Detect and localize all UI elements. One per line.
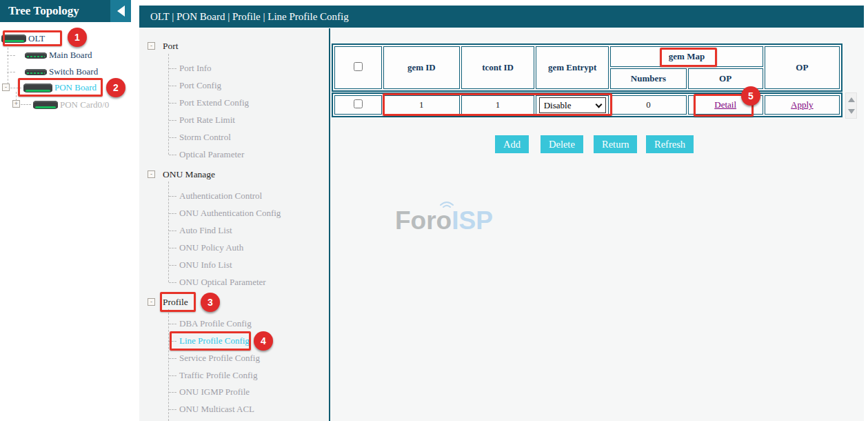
table-row: 1 1 Disable 0 Detail Apply [334,95,840,115]
scroll-up-arrow-icon[interactable] [848,97,855,102]
tree-item-label: PON Board [54,82,97,93]
nav-item-port-rate-limit[interactable]: Port Rate Limit [179,113,235,127]
nav-connector-line [169,120,176,121]
apply-link[interactable]: Apply [791,99,814,110]
delete-button[interactable]: Delete [541,135,583,153]
row-select-cell [334,95,382,115]
profile-section-toggle[interactable]: - [148,298,155,306]
nav-section-port[interactable]: Port [163,39,179,53]
foroisp-watermark: ForoISP [395,206,493,235]
refresh-button[interactable]: Refresh [646,135,694,153]
nav-connector-line [169,358,176,359]
sidebar-header: Tree Topology [0,0,131,22]
annotation-step-1: 1 [68,28,87,47]
nav-item-port-extend-config[interactable]: Port Extend Config [179,96,249,110]
nav-connector-line [169,213,176,214]
select-all-cell [334,46,382,89]
nav-section-profile[interactable]: Profile [163,295,188,309]
tree-item-pon-card[interactable]: PON Card0/0 [33,97,109,112]
olt-device-icon [1,35,26,43]
row-checkbox[interactable] [354,99,363,108]
column-header-tcont-id: tcont ID [461,46,534,89]
add-button[interactable]: Add [495,135,529,153]
tcont-id-cell: 1 [461,95,534,115]
onu-manage-section-toggle[interactable]: - [148,170,155,178]
tree-connector-line [7,72,15,72]
nav-item-authentication-control[interactable]: Authentication Control [179,189,262,203]
nav-item-optical-parameter[interactable]: Optical Parameter [179,148,244,161]
tree-item-label: Main Board [49,50,92,61]
nav-item-onu-optical-parameter[interactable]: ONU Optical Parameter [179,275,266,289]
sidebar-collapse-button[interactable] [110,0,131,22]
tree-connector-line [10,88,21,88]
sidebar-title: Tree Topology [8,4,79,18]
nav-connector-line [169,86,176,86]
pon-card-device-icon [33,101,58,109]
nav-item-traffic-profile-config[interactable]: Traffic Profile Config [179,369,257,382]
scroll-down-arrow-icon[interactable] [848,109,855,114]
nav-connector-line [169,265,176,266]
column-header-numbers: Numbers [610,68,686,89]
pon-card-expand-toggle[interactable]: + [12,100,20,108]
nav-connector-line [169,248,176,248]
nav-connector-line [169,341,176,342]
page: Tree Topology - + OLT Main Board Switch … [0,0,868,421]
tree-item-pon-board[interactable]: PON Board [23,79,97,97]
nav-item-dba-profile-config[interactable]: DBA Profile Config [179,317,252,331]
nav-item-onu-policy-auth[interactable]: ONU Policy Auth [179,241,243,255]
watermark-text-gray: Foro [395,206,452,235]
tree-item-switch-board[interactable]: Switch Board [25,64,98,79]
line-profile-data-table: 1 1 Disable 0 Detail Apply [332,92,842,117]
nav-section-onu-manage[interactable]: ONU Manage [163,168,215,182]
switch-board-device-icon [25,69,47,75]
nav-connector-line [169,409,176,410]
pon-board-device-icon [23,84,52,92]
nav-item-onu-igmp-profile[interactable]: ONU IGMP Profile [179,385,250,399]
column-header-gem-map: gem Map [610,46,763,67]
nav-connector-line [169,68,176,69]
select-all-checkbox[interactable] [354,62,363,71]
gem-map-numbers-cell: 0 [610,95,686,115]
collapse-left-triangle-icon [117,6,125,17]
tree-item-label: OLT [28,33,45,44]
gem-entrypt-select[interactable]: Disable [539,97,606,113]
return-button[interactable]: Return [594,135,637,153]
nav-item-port-config[interactable]: Port Config [179,79,221,92]
nav-connector-line [169,196,176,197]
nav-connector-line [169,155,176,155]
breadcrumb: OLT | PON Board | Profile | Line Profile… [139,6,864,28]
column-header-gem-id: gem ID [383,46,460,89]
nav-item-line-profile-config[interactable]: Line Profile Config [179,334,250,348]
nav-connector-line [169,375,176,376]
nav-item-onu-info-list[interactable]: ONU Info List [179,258,232,272]
pon-board-collapse-toggle[interactable]: - [2,84,10,91]
port-section-toggle[interactable]: - [148,42,155,50]
tree-connector-line [8,44,8,88]
gem-map-op-cell: Detail [688,95,763,115]
nav-connector-line [168,309,169,421]
main-board-device-icon [25,52,47,59]
nav-connector-line [169,137,176,138]
nav-item-onu-multicast-acl[interactable]: ONU Multicast ACL [179,402,254,416]
tree-item-label: PON Card0/0 [60,99,109,110]
nav-item-onu-authentication-config[interactable]: ONU Authentication Config [179,206,281,220]
line-profile-header-table: gem ID tcont ID gem Entrypt gem Map OP N… [332,43,842,92]
nav-connector-line [169,324,176,324]
detail-link[interactable]: Detail [714,99,736,110]
tree-connector-line [7,55,15,56]
watermark-text-blue: ISP [452,206,493,235]
gem-id-cell: 1 [383,95,460,115]
tree-item-label: Switch Board [49,66,98,77]
nav-item-service-profile-config[interactable]: Service Profile Config [179,351,260,365]
nav-connector-line [169,392,176,393]
tree-item-main-board[interactable]: Main Board [25,48,92,63]
tree-connector-line [21,104,31,105]
nav-item-port-info[interactable]: Port Info [179,61,212,75]
op-cell: Apply [765,95,840,115]
table-scrollbar[interactable] [845,92,857,119]
tree-item-olt[interactable]: OLT [1,31,45,46]
gem-entrypt-cell: Disable [536,95,609,115]
breadcrumb-text: OLT | PON Board | Profile | Line Profile… [150,11,349,23]
nav-item-auto-find-list[interactable]: Auto Find List [179,224,232,237]
nav-item-storm-control[interactable]: Storm Control [179,130,231,144]
